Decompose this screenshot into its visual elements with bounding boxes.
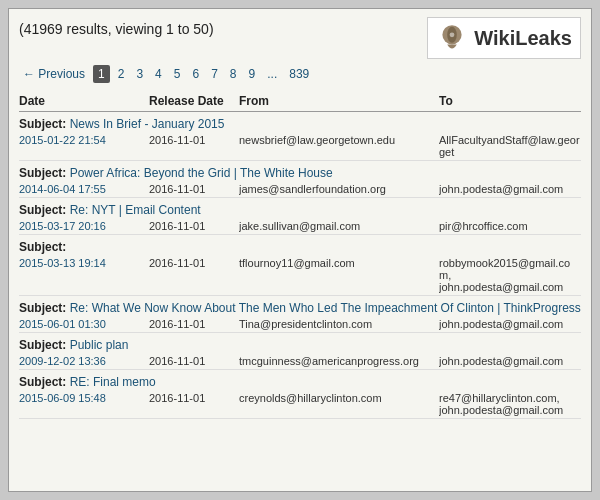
subject-row-3: Subject: (19, 237, 581, 255)
email-group-0: Subject: News In Brief - January 2015 20… (19, 114, 581, 161)
to-4: john.podesta@gmail.com (439, 318, 581, 330)
page-3[interactable]: 3 (132, 65, 147, 83)
release-date-4: 2016-11-01 (149, 318, 239, 330)
col-from: From (239, 94, 439, 108)
subject-row-4: Subject: Re: What We Now Know About The … (19, 298, 581, 316)
page-last[interactable]: 839 (285, 65, 313, 83)
subject-label: Subject: (19, 117, 66, 131)
subject-label: Subject: (19, 338, 66, 352)
subject-label: Subject: (19, 375, 66, 389)
column-headers: Date Release Date From To (19, 91, 581, 112)
subject-row-5: Subject: Public plan (19, 335, 581, 353)
page-7[interactable]: 7 (207, 65, 222, 83)
subject-row-0: Subject: News In Brief - January 2015 (19, 114, 581, 132)
to-3: robbymook2015@gmail.com, john.podesta@gm… (439, 257, 581, 293)
page-8[interactable]: 8 (226, 65, 241, 83)
col-release-date: Release Date (149, 94, 239, 108)
main-container: (41969 results, viewing 1 to 50) WikiLea… (8, 8, 592, 492)
email-group-4: Subject: Re: What We Now Know About The … (19, 298, 581, 333)
svg-point-2 (450, 32, 455, 37)
subject-row-2: Subject: Re: NYT | Email Content (19, 200, 581, 218)
page-5[interactable]: 5 (170, 65, 185, 83)
col-date: Date (19, 94, 149, 108)
release-date-2: 2016-11-01 (149, 220, 239, 232)
subject-link-1[interactable]: Power Africa: Beyond the Grid | The Whit… (70, 166, 333, 180)
ellipsis: ... (263, 65, 281, 83)
data-row-4: 2015-06-01 01:30 2016-11-01 Tina@preside… (19, 316, 581, 332)
date-1[interactable]: 2014-06-04 17:55 (19, 183, 149, 195)
wikileaks-logo-text: WikiLeaks (474, 27, 572, 50)
to-0: AllFacultyandStaff@law.georget (439, 134, 581, 158)
subject-row-1: Subject: Power Africa: Beyond the Grid |… (19, 163, 581, 181)
page-1[interactable]: 1 (93, 65, 110, 83)
subject-label: Subject: (19, 301, 66, 315)
release-date-1: 2016-11-01 (149, 183, 239, 195)
date-5[interactable]: 2009-12-02 13:36 (19, 355, 149, 367)
subject-link-2[interactable]: Re: NYT | Email Content (70, 203, 201, 217)
subject-row-6: Subject: RE: Final memo (19, 372, 581, 390)
to-5: john.podesta@gmail.com (439, 355, 581, 367)
page-6[interactable]: 6 (188, 65, 203, 83)
email-group-3: Subject: 2015-03-13 19:14 2016-11-01 tfl… (19, 237, 581, 296)
data-row-0: 2015-01-22 21:54 2016-11-01 newsbrief@la… (19, 132, 581, 160)
from-0: newsbrief@law.georgetown.edu (239, 134, 439, 146)
to-2: pir@hrcoffice.com (439, 220, 581, 232)
email-group-5: Subject: Public plan 2009-12-02 13:36 20… (19, 335, 581, 370)
email-list: Subject: News In Brief - January 2015 20… (19, 114, 581, 419)
data-row-6: 2015-06-09 15:48 2016-11-01 creynolds@hi… (19, 390, 581, 418)
col-to: To (439, 94, 581, 108)
release-date-0: 2016-11-01 (149, 134, 239, 146)
subject-link-5[interactable]: Public plan (70, 338, 129, 352)
subject-link-4[interactable]: Re: What We Now Know About The Men Who L… (70, 301, 581, 315)
subject-link-6[interactable]: RE: Final memo (70, 375, 156, 389)
header-row: (41969 results, viewing 1 to 50) WikiLea… (19, 17, 581, 59)
pagination: ← Previous 1 2 3 4 5 6 7 8 9 ... 839 (19, 65, 581, 83)
from-6: creynolds@hillaryclinton.com (239, 392, 439, 404)
data-row-3: 2015-03-13 19:14 2016-11-01 tflournoy11@… (19, 255, 581, 295)
release-date-6: 2016-11-01 (149, 392, 239, 404)
release-date-3: 2016-11-01 (149, 257, 239, 269)
email-group-1: Subject: Power Africa: Beyond the Grid |… (19, 163, 581, 198)
page-4[interactable]: 4 (151, 65, 166, 83)
subject-label: Subject: (19, 203, 66, 217)
wikileaks-icon (436, 22, 468, 54)
subject-label: Subject: (19, 166, 66, 180)
prev-button[interactable]: ← Previous (19, 65, 89, 83)
results-text: (41969 results, viewing 1 to 50) (19, 17, 214, 37)
to-6: re47@hillaryclinton.com, john.podesta@gm… (439, 392, 581, 416)
from-3: tflournoy11@gmail.com (239, 257, 439, 269)
data-row-2: 2015-03-17 20:16 2016-11-01 jake.sulliva… (19, 218, 581, 234)
email-group-2: Subject: Re: NYT | Email Content 2015-03… (19, 200, 581, 235)
data-row-5: 2009-12-02 13:36 2016-11-01 tmcguinness@… (19, 353, 581, 369)
date-0[interactable]: 2015-01-22 21:54 (19, 134, 149, 146)
email-group-6: Subject: RE: Final memo 2015-06-09 15:48… (19, 372, 581, 419)
date-2[interactable]: 2015-03-17 20:16 (19, 220, 149, 232)
wikileaks-logo: WikiLeaks (427, 17, 581, 59)
release-date-5: 2016-11-01 (149, 355, 239, 367)
date-6[interactable]: 2015-06-09 15:48 (19, 392, 149, 404)
date-3[interactable]: 2015-03-13 19:14 (19, 257, 149, 269)
from-4: Tina@presidentclinton.com (239, 318, 439, 330)
from-5: tmcguinness@americanprogress.org (239, 355, 439, 367)
from-1: james@sandlerfoundation.org (239, 183, 439, 195)
from-2: jake.sullivan@gmail.com (239, 220, 439, 232)
page-9[interactable]: 9 (245, 65, 260, 83)
subject-link-0[interactable]: News In Brief - January 2015 (70, 117, 225, 131)
to-1: john.podesta@gmail.com (439, 183, 581, 195)
subject-label: Subject: (19, 240, 66, 254)
page-2[interactable]: 2 (114, 65, 129, 83)
data-row-1: 2014-06-04 17:55 2016-11-01 james@sandle… (19, 181, 581, 197)
date-4[interactable]: 2015-06-01 01:30 (19, 318, 149, 330)
